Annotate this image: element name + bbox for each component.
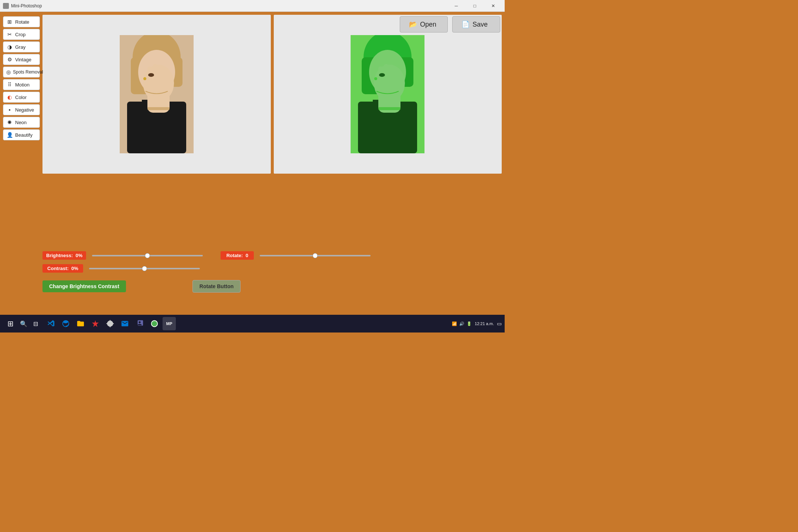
crop-tool-label: Crop	[15, 32, 25, 37]
svg-marker-35	[92, 320, 99, 327]
negative-tool-button[interactable]: ▪ Negative	[3, 104, 40, 115]
contrast-value: 0%	[71, 266, 78, 271]
brightness-row: Brightness: 0% Rotate: 0	[42, 251, 502, 260]
vintage-icon: ⚙	[6, 57, 13, 62]
brightness-value: 0%	[75, 253, 82, 258]
svg-rect-12	[164, 68, 168, 85]
svg-point-16	[143, 77, 146, 80]
gray-icon: ◑	[6, 44, 13, 50]
processed-image	[351, 35, 424, 153]
contrast-row: Contrast: 0%	[42, 264, 502, 273]
open-button[interactable]: 📂 Open	[400, 16, 448, 33]
close-button[interactable]: ✕	[485, 0, 502, 12]
open-icon: 📂	[409, 20, 417, 28]
images-container	[42, 15, 502, 174]
beautify-tool-button[interactable]: 👤 Beautify	[3, 129, 40, 140]
rotate-slider[interactable]	[260, 255, 371, 256]
crop-icon: ✂	[6, 31, 13, 37]
gray-tool-button[interactable]: ◑ Gray	[3, 41, 40, 52]
taskbar-right: 📶 🔊 🔋 12:21 a.m. ▭	[452, 321, 502, 327]
rotate-icon: ⊞	[6, 19, 13, 25]
change-brightness-contrast-button[interactable]: Change Brightness Contrast	[42, 280, 126, 292]
spots-removal-tool-button[interactable]: ◎ Spots Removal	[3, 66, 40, 78]
svg-rect-11	[158, 65, 163, 84]
search-button[interactable]: 🔍	[18, 318, 30, 330]
motion-tool-button[interactable]: ⠿ Motion	[3, 79, 40, 90]
original-image-panel	[42, 15, 271, 174]
volume-icon: 🔊	[459, 321, 464, 326]
save-label: Save	[473, 21, 488, 28]
titlebar-left: Mini-Photoshop	[3, 3, 42, 9]
motion-tool-label: Motion	[15, 82, 30, 88]
taskbar-settings[interactable]	[103, 317, 117, 330]
taskbar-teams[interactable]	[133, 317, 146, 330]
neon-icon: ✺	[6, 119, 13, 125]
taskbar-app4[interactable]	[89, 317, 102, 330]
color-tool-button[interactable]: ◐ Color	[3, 92, 40, 103]
gray-tool-label: Gray	[15, 44, 25, 50]
brightness-slider[interactable]	[92, 255, 203, 256]
toolbar: ⊞ Rotate ✂ Crop ◑ Gray ⚙ Vintage ◎ Spots…	[3, 16, 40, 140]
save-icon: 📄	[461, 20, 470, 28]
brightness-label: Brightness: 0%	[42, 251, 86, 260]
vintage-tool-label: Vintage	[15, 57, 31, 62]
spots-removal-icon: ◎	[6, 69, 11, 75]
original-image	[120, 35, 194, 153]
taskbar-miniphotoshop[interactable]: MP	[163, 317, 176, 330]
contrast-slider[interactable]	[89, 268, 200, 269]
crop-tool-button[interactable]: ✂ Crop	[3, 29, 40, 40]
taskbar-explorer[interactable]	[74, 317, 87, 330]
taskbar-icons: 📶 🔊 🔋	[452, 321, 472, 326]
rotate-tool-label: Rotate	[15, 19, 29, 25]
neon-tool-label: Neon	[15, 120, 27, 125]
color-icon: ◐	[6, 94, 13, 100]
vintage-tool-button[interactable]: ⚙ Vintage	[3, 54, 40, 65]
svg-rect-34	[351, 35, 424, 153]
app-area: ⊞ Rotate ✂ Crop ◑ Gray ⚙ Vintage ◎ Spots…	[0, 12, 505, 315]
rotate-label: Rotate: 0	[221, 251, 254, 260]
processed-image-panel	[274, 15, 502, 174]
negative-icon: ▪	[6, 107, 13, 113]
taskbar-edge[interactable]	[59, 317, 72, 330]
start-button[interactable]: ⊞	[3, 316, 18, 331]
maximize-button[interactable]: □	[466, 0, 483, 12]
titlebar-controls: ─ □ ✕	[448, 0, 502, 12]
network-icon: 📶	[452, 321, 457, 326]
battery-icon: 🔋	[467, 321, 472, 326]
show-desktop-icon[interactable]: ▭	[497, 321, 502, 327]
taskbar-mail[interactable]	[118, 317, 132, 330]
color-tool-label: Color	[15, 95, 27, 100]
taskbar-time: 12:21 a.m.	[475, 321, 494, 326]
task-view-button[interactable]: ⊟	[30, 318, 41, 330]
beautify-icon: 👤	[6, 132, 13, 138]
titlebar: Mini-Photoshop ─ □ ✕	[0, 0, 505, 12]
svg-rect-14	[147, 107, 170, 110]
app-icon	[3, 3, 9, 9]
app-title: Mini-Photoshop	[11, 3, 42, 8]
rotate-tool-button[interactable]: ⊞ Rotate	[3, 16, 40, 27]
neon-tool-button[interactable]: ✺ Neon	[3, 117, 40, 128]
beautify-tool-label: Beautify	[15, 132, 33, 138]
buttons-row: Change Brightness Contrast Rotate Button	[42, 277, 502, 293]
minimize-button[interactable]: ─	[448, 0, 465, 12]
taskbar: ⊞ 🔍 ⊟ MP 📶 🔊	[0, 315, 505, 332]
motion-icon: ⠿	[6, 82, 13, 88]
top-buttons: 📂 Open 📄 Save	[400, 16, 500, 33]
rotate-value: 0	[246, 253, 248, 258]
spots-removal-tool-label: Spots Removal	[13, 69, 43, 75]
taskbar-apps: MP	[44, 317, 176, 330]
controls-area: Brightness: 0% Rotate: 0 Contrast: 0% Ch…	[42, 251, 502, 293]
contrast-label: Contrast: 0%	[42, 264, 83, 273]
negative-tool-label: Negative	[15, 107, 34, 113]
rotate-apply-button[interactable]: Rotate Button	[192, 280, 241, 293]
taskbar-vscode[interactable]	[44, 317, 58, 330]
open-label: Open	[420, 21, 436, 28]
save-button[interactable]: 📄 Save	[452, 16, 500, 33]
svg-point-15	[148, 73, 154, 77]
taskbar-browser2[interactable]	[148, 317, 161, 330]
